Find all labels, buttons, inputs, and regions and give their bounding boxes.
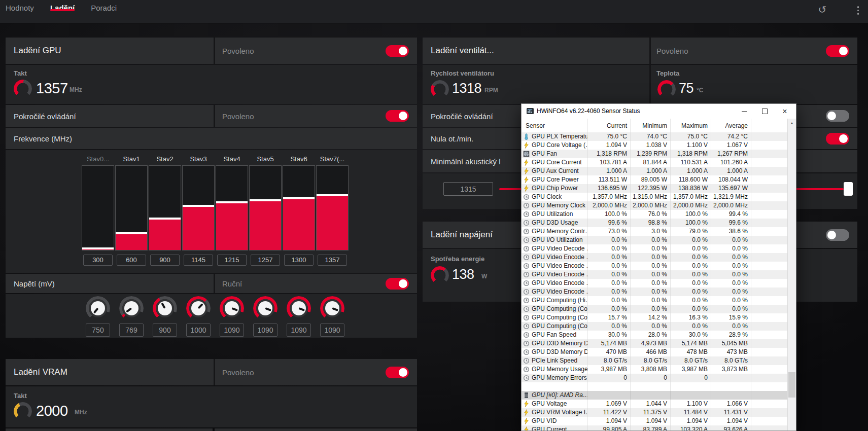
- freq-state-value[interactable]: 600: [117, 255, 146, 266]
- sensor-row[interactable]: GPU Clock1,357.0 MHz1,315.0 MHz1,357.0 M…: [522, 193, 788, 201]
- freq-bar[interactable]: [115, 165, 148, 250]
- hwinfo-scrollbar[interactable]: ▲: [787, 119, 796, 430]
- sensor-row[interactable]: GPU Computing (Co…15.7 %14.2 %16.3 %15.9…: [522, 313, 788, 322]
- freq-state-value[interactable]: 1145: [184, 255, 213, 266]
- sensor-row[interactable]: GPU VID1.094 V1.094 V1.094 V1.094 V: [522, 417, 788, 425]
- voltage-knob[interactable]: [86, 296, 110, 320]
- voltage-knob[interactable]: [119, 296, 144, 320]
- freq-state-value[interactable]: 1215: [217, 255, 247, 266]
- voltage-knob[interactable]: [253, 296, 277, 320]
- sensor-row[interactable]: GPU Video Encode …0.0 %0.0 %0.0 %0.0 %: [522, 279, 788, 288]
- column-header[interactable]: Sensor: [522, 119, 588, 132]
- min-acoustic-input[interactable]: [443, 182, 493, 196]
- voltage-knob[interactable]: [220, 296, 244, 320]
- freq-bar[interactable]: [316, 165, 349, 250]
- minimize-button[interactable]: [734, 104, 754, 119]
- sensor-value-cell: 0.0 %: [588, 262, 631, 270]
- sensor-row[interactable]: GPU Video Encode …0.0 %0.0 %0.0 %0.0 %: [522, 270, 788, 279]
- freq-state-value[interactable]: 900: [150, 255, 180, 266]
- sensor-row[interactable]: GPU Fan Speed30.0 %28.0 %30.0 %28.9 %: [522, 331, 788, 339]
- scroll-up-icon[interactable]: ▲: [788, 119, 796, 127]
- sensor-row[interactable]: GPU Core Current103.781 A81.844 A110.531…: [522, 158, 788, 167]
- sensor-row[interactable]: GPU Chip Power136.695 W122.395 W138.836 …: [522, 184, 788, 193]
- freq-state-value[interactable]: 1357: [318, 255, 347, 266]
- voltage-value[interactable]: 1090: [253, 324, 277, 337]
- sensor-row[interactable]: GPU Current99.805 A83.789 A103.320 A93.6…: [522, 425, 788, 430]
- min-acoustic-slider-handle[interactable]: [844, 182, 853, 196]
- tab-hodnoty[interactable]: Hodnoty: [6, 0, 34, 12]
- voltage-knob[interactable]: [153, 296, 177, 320]
- sensor-row[interactable]: GPU Computing (Hi…0.0 %0.0 %0.0 %0.0 %: [522, 296, 788, 305]
- hwinfo-window[interactable]: HWiNFO64 v6.22-4060 Sensor Status × Sens…: [521, 103, 796, 431]
- sensor-row[interactable]: GPU I/O Utilization0.0 %0.0 %0.0 %0.0 %: [522, 236, 788, 244]
- voltage-knob[interactable]: [287, 296, 311, 320]
- freq-state-value[interactable]: 1300: [284, 255, 314, 266]
- voltage-value[interactable]: 1090: [287, 324, 311, 337]
- reset-icon[interactable]: ↺: [816, 3, 829, 16]
- gpu-advanced-toggle[interactable]: [386, 110, 409, 122]
- tab-poradci[interactable]: Poradci: [91, 0, 117, 12]
- maximize-button[interactable]: [754, 104, 775, 119]
- sensor-row[interactable]: GPU D3D Usage99.6 %98.8 %100.0 %99.6 %: [522, 219, 788, 227]
- sensor-row[interactable]: GPU Computing (Co…0.0 %0.0 %0.0 %0.0 %: [522, 322, 788, 331]
- sensor-row[interactable]: GPU Fan1,318 RPM1,239 RPM1,318 RPM1,267 …: [522, 150, 788, 158]
- sensor-row[interactable]: GPU Video Encode …0.0 %0.0 %0.0 %0.0 %: [522, 262, 788, 270]
- voltage-knob[interactable]: [320, 296, 344, 320]
- sensor-label: GPU Computing (Co…: [532, 322, 588, 331]
- sensor-row[interactable]: GPU Memory Contr…73.0 %3.0 %79.0 %38.6 %: [522, 227, 788, 236]
- sensor-value-cell: 0.0 %: [711, 244, 751, 253]
- sensor-value-cell: 1.000 A: [631, 167, 671, 175]
- column-header[interactable]: Maximum: [671, 119, 711, 132]
- sensor-row[interactable]: GPU D3D Memory D…470 MB466 MB478 MB473 M…: [522, 348, 788, 356]
- scrollbar-thumb[interactable]: [788, 372, 795, 398]
- freq-state-label: Stav5: [257, 155, 273, 165]
- sensor-row[interactable]: GPU Aux Current1.000 A1.000 A1.000 A1.00…: [522, 167, 788, 175]
- voltage-value[interactable]: 1090: [220, 324, 244, 337]
- voltage-value[interactable]: 1000: [186, 324, 211, 337]
- hwinfo-titlebar[interactable]: HWiNFO64 v6.22-4060 Sensor Status ×: [522, 104, 796, 119]
- sensor-row[interactable]: GPU D3D Memory D…5,174 MB4,973 MB5,174 M…: [522, 339, 788, 348]
- voltage-knob[interactable]: [186, 296, 211, 320]
- freq-bar[interactable]: [216, 165, 248, 250]
- power-tuning-toggle[interactable]: [826, 229, 849, 241]
- sensor-row[interactable]: GPU Utilization100.0 %76.0 %100.0 %99.4 …: [522, 210, 788, 219]
- sensor-group-row[interactable]: GPU [#0]: AMD Ra…: [522, 391, 788, 400]
- voltage-value[interactable]: 769: [119, 324, 144, 337]
- sensor-row[interactable]: GPU Memory Clock2,000.0 MHz2,000.0 MHz2,…: [522, 201, 788, 210]
- column-header[interactable]: Minimum: [631, 119, 671, 132]
- voltage-value[interactable]: 1090: [320, 324, 344, 337]
- sensor-row[interactable]: GPU Memory Usage3,987 MB3,808 MB3,987 MB…: [522, 365, 788, 374]
- sensor-row[interactable]: GPU VRM Voltage I…11.422 V11.375 V11.484…: [522, 408, 788, 417]
- sensor-row[interactable]: GPU Voltage1.069 V1.044 V1.100 V1.066 V: [522, 400, 788, 408]
- column-header[interactable]: Average: [711, 119, 751, 132]
- kebab-menu-icon[interactable]: [856, 5, 860, 16]
- gpu-clock-gauge: [14, 80, 32, 98]
- sensor-row[interactable]: GPU PLX Temperature75.0 °C74.0 °C75.0 °C…: [522, 132, 788, 141]
- fan-advanced-toggle[interactable]: [826, 110, 849, 122]
- tab-ladění[interactable]: Ladění: [50, 0, 75, 12]
- zero-rpm-toggle[interactable]: [826, 133, 849, 145]
- column-header[interactable]: Current: [588, 119, 631, 132]
- sensor-row[interactable]: GPU Video Encode …0.0 %0.0 %0.0 %0.0 %: [522, 253, 788, 262]
- sensor-row[interactable]: GPU Core Voltage (…1.094 V1.038 V1.100 V…: [522, 141, 788, 150]
- freq-bar[interactable]: [283, 165, 315, 250]
- sensor-row[interactable]: GPU Computing (Co…0.0 %0.0 %0.0 %0.0 %: [522, 305, 788, 313]
- close-button[interactable]: ×: [775, 104, 795, 119]
- sensor-row[interactable]: GPU Core Power113.511 W89.005 W118.600 W…: [522, 175, 788, 184]
- voltage-mode-toggle[interactable]: [386, 278, 409, 290]
- freq-state-value[interactable]: 300: [83, 255, 113, 266]
- freq-state-value[interactable]: 1257: [251, 255, 280, 266]
- sensor-row[interactable]: PCIe Link Speed8.0 GT/s8.0 GT/s8.0 GT/s8…: [522, 356, 788, 365]
- voltage-value[interactable]: 750: [86, 324, 110, 337]
- gpu-tuning-toggle[interactable]: [386, 45, 409, 57]
- freq-bar[interactable]: [149, 165, 181, 250]
- fan-tuning-toggle[interactable]: [826, 45, 849, 57]
- vram-tuning-toggle[interactable]: [386, 367, 409, 378]
- freq-bar[interactable]: [182, 165, 215, 250]
- freq-bar[interactable]: [249, 165, 282, 250]
- sensor-row[interactable]: GPU Video Decode …0.0 %0.0 %0.0 %0.0 %: [522, 244, 788, 253]
- voltage-value[interactable]: 900: [153, 324, 177, 337]
- sensor-row[interactable]: GPU Video Encode …0.0 %0.0 %0.0 %0.0 %: [522, 288, 788, 296]
- freq-bar[interactable]: [82, 165, 114, 250]
- sensor-row[interactable]: GPU Memory Errors000: [522, 374, 788, 382]
